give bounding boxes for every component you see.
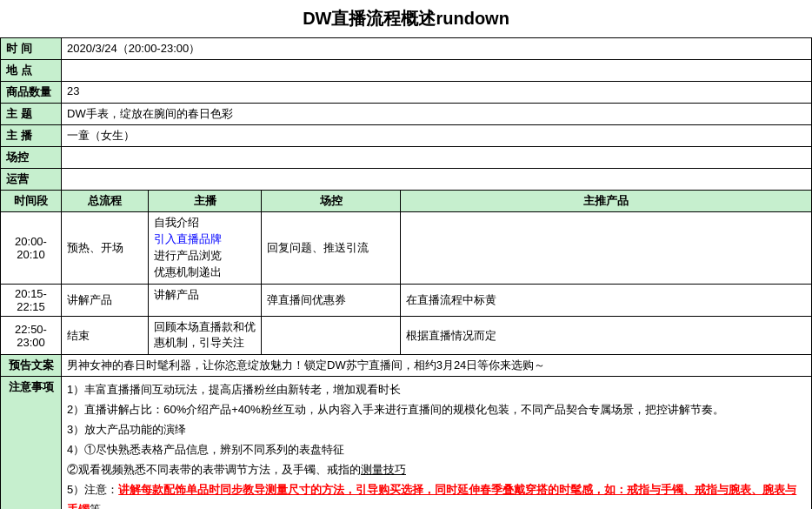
schedule-product-0 bbox=[401, 212, 812, 285]
schedule-control-2 bbox=[262, 317, 401, 355]
header-time: 时间段 bbox=[1, 191, 62, 212]
schedule-time-1: 20:15- 22:15 bbox=[1, 285, 62, 317]
schedule-control-0: 回复问题、推送引流 bbox=[262, 212, 401, 285]
schedule-process-0: 预热、开场 bbox=[62, 212, 149, 285]
product-count-label: 商品数量 bbox=[1, 82, 62, 104]
notice-row: 注意事项 1）丰富直播播间互动玩法，提高店播粉丝由新转老，增加观看时长2）直播讲… bbox=[1, 377, 812, 510]
schedule-row-0: 20:00- 20:10预热、开场自我介绍引入直播品牌进行产品浏览优惠机制递出回… bbox=[1, 212, 812, 285]
host-value: 一童（女生） bbox=[62, 125, 812, 147]
schedule-host-0: 自我介绍引入直播品牌进行产品浏览优惠机制递出 bbox=[149, 212, 262, 285]
notice-item-5: 5）注意：讲解每款配饰单品时同步教导测量尺寸的方法，引导购买选择，同时延伸春季叠… bbox=[67, 480, 806, 509]
schedule-product-1: 在直播流程中标黄 bbox=[401, 285, 812, 317]
header-product: 主推产品 bbox=[401, 191, 812, 212]
promo-value: 男神女神的春日时髦利器，让你恣意绽放魅力！锁定DW苏宁直播间，相约3月24日等你… bbox=[62, 355, 812, 377]
operation-label: 运营 bbox=[1, 169, 62, 191]
schedule-row-2: 22:50- 23:00结束回顾本场直播款和优惠机制，引导关注根据直播情况而定 bbox=[1, 317, 812, 355]
header-host: 主播 bbox=[149, 191, 262, 212]
notice-item-0: 1）丰富直播播间互动玩法，提高店播粉丝由新转老，增加观看时长 bbox=[67, 380, 806, 399]
schedule-process-1: 讲解产品 bbox=[62, 285, 149, 317]
location-row: 地 点 bbox=[1, 60, 812, 82]
promo-row: 预告文案 男神女神的春日时髦利器，让你恣意绽放魅力！锁定DW苏宁直播间，相约3月… bbox=[1, 355, 812, 377]
host-item: 回顾本场直播款和优惠机制，引导关注 bbox=[154, 319, 256, 351]
host-label: 主 播 bbox=[1, 125, 62, 147]
operation-row: 运营 bbox=[1, 169, 812, 191]
schedule-time-2: 22:50- 23:00 bbox=[1, 317, 62, 355]
time-row: 时 间 2020/3/24（20:00-23:00） bbox=[1, 38, 812, 60]
header-control: 场控 bbox=[262, 191, 401, 212]
host-item: 自我介绍 bbox=[154, 215, 256, 231]
time-value: 2020/3/24（20:00-23:00） bbox=[62, 38, 812, 60]
control-label: 场控 bbox=[1, 147, 62, 169]
schedule-product-2: 根据直播情况而定 bbox=[401, 317, 812, 355]
notice-item-1: 2）直播讲解占比：60%介绍产品+40%粉丝互动，从内容入手来进行直播间的规模化… bbox=[67, 400, 806, 419]
topic-value: DW手表，绽放在腕间的春日色彩 bbox=[62, 104, 812, 125]
promo-label: 预告文案 bbox=[1, 355, 62, 377]
time-label: 时 间 bbox=[1, 38, 62, 60]
control-row: 场控 bbox=[1, 147, 812, 169]
schedule-time-0: 20:00- 20:10 bbox=[1, 212, 62, 285]
schedule-host-2: 回顾本场直播款和优惠机制，引导关注 bbox=[149, 317, 262, 355]
location-value bbox=[62, 60, 812, 82]
topic-row: 主 题 DW手表，绽放在腕间的春日色彩 bbox=[1, 104, 812, 125]
notice-content: 1）丰富直播播间互动玩法，提高店播粉丝由新转老，增加观看时长2）直播讲解占比：6… bbox=[62, 377, 812, 510]
location-label: 地 点 bbox=[1, 60, 62, 82]
notice-label: 注意事项 bbox=[1, 377, 62, 510]
schedule-host-1: 讲解产品 bbox=[149, 285, 262, 317]
control-value bbox=[62, 147, 812, 169]
host-item: 进行产品浏览 bbox=[154, 248, 256, 264]
schedule-header-row: 时间段 总流程 主播 场控 主推产品 bbox=[1, 191, 812, 212]
notice-item-4: ②观看视频熟悉不同表带的表带调节方法，及手镯、戒指的测量技巧 bbox=[67, 460, 806, 479]
host-item: 优惠机制递出 bbox=[154, 265, 256, 280]
topic-label: 主 题 bbox=[1, 104, 62, 125]
page-title: DW直播流程概述rundown bbox=[0, 0, 812, 37]
schedule-body: 20:00- 20:10预热、开场自我介绍引入直播品牌进行产品浏览优惠机制递出回… bbox=[1, 212, 812, 355]
operation-value bbox=[62, 169, 812, 191]
product-count-row: 商品数量 23 bbox=[1, 82, 812, 104]
notice-item-2: 3）放大产品功能的演绎 bbox=[67, 420, 806, 439]
notice-item-3: 4）①尽快熟悉表格产品信息，辨别不同系列的表盘特征 bbox=[67, 440, 806, 459]
schedule-row-1: 20:15- 22:15讲解产品讲解产品弹直播间优惠券在直播流程中标黄 bbox=[1, 285, 812, 317]
main-table: 时 间 2020/3/24（20:00-23:00） 地 点 商品数量 23 主… bbox=[0, 37, 812, 509]
host-row: 主 播 一童（女生） bbox=[1, 125, 812, 147]
schedule-control-1: 弹直播间优惠券 bbox=[262, 285, 401, 317]
product-count-value: 23 bbox=[62, 82, 812, 104]
schedule-process-2: 结束 bbox=[62, 317, 149, 355]
host-item: 引入直播品牌 bbox=[154, 231, 256, 247]
header-process: 总流程 bbox=[62, 191, 149, 212]
host-item: 讲解产品 bbox=[154, 287, 256, 303]
